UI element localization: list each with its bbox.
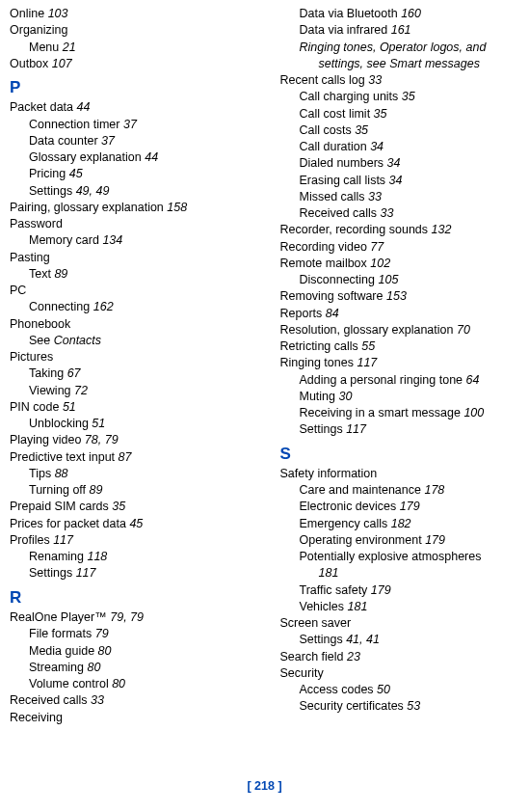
idx-ring-set: Settings 117 (280, 421, 520, 438)
idx-organizing: Organizing (10, 22, 250, 39)
idx-pred-to: Turning off 89 (10, 482, 250, 499)
idx-pin-un: Unblocking 51 (10, 416, 250, 432)
idx-phonebook-see: See Contacts (10, 333, 250, 349)
idx-ro-st: Streaming 80 (10, 660, 250, 676)
idx-ro-ff: File formats 79 (10, 626, 250, 642)
idx-pairing: Pairing, glossary explanation 158 (10, 200, 250, 216)
idx-ring-rec: Receiving in a smart message 100 (280, 405, 520, 421)
idx-saf-pea1: Potentially explosive atmospheres (280, 549, 520, 565)
idx-saf-ec: Emergency calls 182 (280, 516, 520, 532)
idx-remmb: Remote mailbox 102 (280, 256, 520, 272)
idx-recvid: Recording video 77 (280, 239, 520, 256)
idx-saf-oe: Operating environment 179 (280, 532, 520, 549)
idx-sec-sc: Security certificates 53 (280, 698, 520, 715)
idx-prices: Prices for packet data 45 (10, 516, 250, 532)
idx-rcl-dn: Dialed numbers 34 (280, 155, 520, 172)
idx-sec-ac: Access codes 50 (280, 682, 520, 698)
idx-ro-mg: Media guide 80 (10, 643, 250, 660)
page-number: [ 218 ] (0, 778, 529, 795)
idx-rcl-ccu: Call charging units 35 (280, 89, 520, 105)
idx-saf-ed: Electronic devices 179 (280, 499, 520, 515)
idx-pred-tips: Tips 88 (10, 466, 250, 482)
idx-reccalls: Received calls 33 (10, 692, 250, 709)
idx-scsaver-s: Settings 41, 41 (280, 632, 520, 648)
idx-packet-ct: Connection timer 37 (10, 117, 250, 133)
idx-rcl-rc: Received calls 33 (280, 205, 520, 222)
idx-prof-ren: Renaming 118 (10, 549, 250, 565)
index-columns: Online 103 Organizing Menu 21 Outbox 107… (10, 6, 519, 726)
idx-remsw: Removing software 153 (280, 288, 520, 305)
idx-ring-add: Adding a personal ringing tone 64 (280, 372, 520, 389)
idx-ring-mut: Muting 30 (280, 389, 520, 405)
left-column: Online 103 Organizing Menu 21 Outbox 107… (10, 6, 250, 726)
idx-password: Password (10, 216, 250, 232)
right-column: Data via Bluetooth 160 Data via infrared… (280, 6, 520, 726)
idx-pictures: Pictures (10, 349, 250, 365)
idx-recorder: Recorder, recording sounds 132 (280, 222, 520, 238)
idx-realone: RealOne Player™ 79, 79 (10, 609, 250, 626)
idx-rcl: Recent calls log 33 (280, 72, 520, 89)
idx-resol: Resolution, glossary explanation 70 (280, 322, 520, 338)
idx-saf-cm: Care and maintenance 178 (280, 482, 520, 499)
idx-pasting: Pasting (10, 250, 250, 266)
idx-rcl-ccl: Call cost limit 35 (280, 106, 520, 122)
idx-ro-vc: Volume control 80 (10, 676, 250, 692)
idx-outbox: Outbox 107 (10, 56, 250, 72)
idx-pasting-text: Text 89 (10, 266, 250, 283)
idx-sfield: Search field 23 (280, 649, 520, 665)
idx-retr: Retricting calls 55 (280, 338, 520, 355)
idx-rcl-ec: Erasing call lists 34 (280, 173, 520, 189)
idx-packet-se: Settings 49, 49 (10, 183, 250, 200)
idx-packet-dc: Data counter 37 (10, 133, 250, 149)
idx-rtol-l1: Ringing tones, Operator logos, and (280, 40, 520, 56)
idx-saf-ts: Traffic safety 179 (280, 582, 520, 599)
idx-password-mc: Memory card 134 (10, 232, 250, 249)
idx-saf-pea2: 181 (280, 565, 520, 582)
idx-packet-pr: Pricing 45 (10, 166, 250, 182)
idx-safety: Safety information (280, 466, 520, 482)
idx-pictures-tk: Taking 67 (10, 365, 250, 382)
idx-pictures-vw: Viewing 72 (10, 383, 250, 399)
idx-pc-conn: Connecting 162 (10, 299, 250, 315)
idx-receiving: Receiving (10, 710, 250, 726)
idx-rcl-mc: Missed calls 33 (280, 189, 520, 205)
idx-predtext: Predictive text input 87 (10, 449, 250, 466)
idx-rcl-cc: Call costs 35 (280, 122, 520, 139)
idx-organizing-menu: Menu 21 (10, 40, 250, 56)
idx-dvi: Data via infrared 161 (280, 22, 520, 39)
idx-profiles: Profiles 117 (10, 532, 250, 549)
idx-packet: Packet data 44 (10, 99, 250, 116)
idx-security: Security (280, 665, 520, 682)
idx-prof-set: Settings 117 (10, 565, 250, 582)
idx-online: Online 103 (10, 6, 250, 22)
idx-prepaid: Prepaid SIM cards 35 (10, 499, 250, 515)
idx-playvid: Playing video 78, 79 (10, 432, 250, 448)
idx-rcl-cd: Call duration 34 (280, 139, 520, 155)
idx-dvb: Data via Bluetooth 160 (280, 6, 520, 22)
idx-rtol-l2: settings, see Smart messages (280, 56, 520, 72)
letter-s: S (280, 443, 520, 465)
idx-pc: PC (10, 283, 250, 299)
idx-pin: PIN code 51 (10, 399, 250, 416)
idx-reports: Reports 84 (280, 306, 520, 322)
idx-remmb-dis: Disconnecting 105 (280, 272, 520, 288)
idx-ring: Ringing tones 117 (280, 355, 520, 371)
idx-saf-vh: Vehicles 181 (280, 599, 520, 615)
letter-r: R (10, 586, 250, 609)
idx-phonebook: Phonebook (10, 316, 250, 333)
idx-packet-ge: Glossary explanation 44 (10, 149, 250, 166)
idx-scsaver: Screen saver (280, 615, 520, 632)
letter-p: P (10, 76, 250, 98)
